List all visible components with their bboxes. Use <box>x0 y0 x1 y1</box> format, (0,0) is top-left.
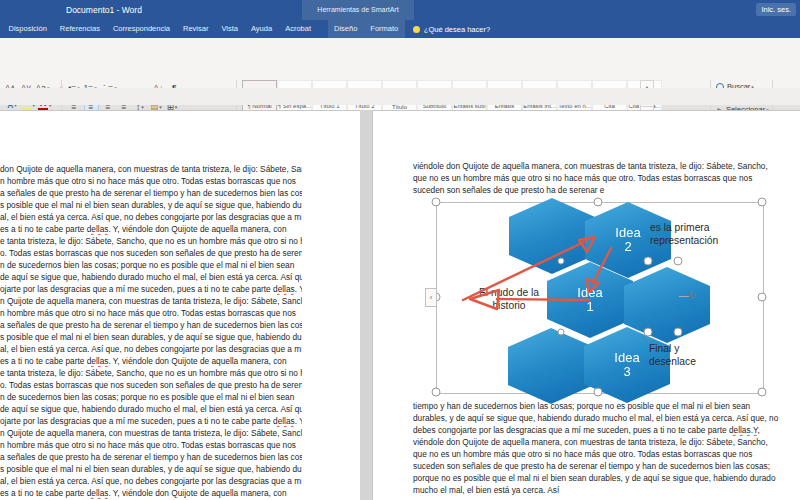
shape-handle-top-right[interactable] <box>674 257 683 266</box>
text-line: al, el bien está ya cerca. Así que, no d… <box>0 475 302 487</box>
right-page-text-bottom[interactable]: tiempo y han de sucedernos bien las cosa… <box>413 400 790 496</box>
smartart-caption-second[interactable]: El nudo de la historio <box>467 286 551 312</box>
text-line: de aquí se sigue que, habiendo durado mu… <box>0 271 302 283</box>
text-line: s posible que el mal ni el bien sean dur… <box>0 199 302 211</box>
spellcheck-underline: dellas. <box>87 224 111 234</box>
text-line: mucho el mal, el bien está ya cerca. Así <box>413 484 790 496</box>
tell-me-label: ¿Qué desea hacer? <box>424 25 490 34</box>
title-bar: Documento1 - Word Herramientas de SmartA… <box>0 0 800 20</box>
right-page-text-top[interactable]: viéndole don Quijote de aquella manera, … <box>413 160 790 196</box>
text-line: es a ti no te cabe parte dellas. Y, vién… <box>0 487 302 499</box>
frame-handle-bottom-center[interactable] <box>594 388 603 397</box>
text-line: n Quijote de aquella manera, con muestra… <box>0 295 302 307</box>
text-line: viéndole don Quijote de aquella manera, … <box>413 436 790 448</box>
text-line: n hombre más que otro si no hace más que… <box>0 307 302 319</box>
text-line: a señales de que presto ha de serenar el… <box>0 451 302 463</box>
horizontal-ruler[interactable]: 321 12345678910111213141516 <box>0 88 800 105</box>
smartart-tools-contextual-header: Herramientas de SmartArt <box>302 0 414 20</box>
text-line: s posible que el mal ni el bien sean dur… <box>0 331 302 343</box>
spellcheck-underline: dellas. <box>273 416 297 426</box>
frame-handle-mid-right[interactable] <box>758 293 767 302</box>
text-line: suceden son señales de que presto ha de … <box>413 460 790 472</box>
spellcheck-underline: dellas. <box>87 488 111 498</box>
text-line: o. Todas estas borrascas que nos suceden… <box>0 379 302 391</box>
hexagon-label: Idea <box>615 226 640 240</box>
frame-handle-top-center[interactable] <box>594 198 603 207</box>
text-line: e tanta tristeza, le dijo: Sábete, Sanch… <box>0 367 302 379</box>
text-line: s posible que el mal ni el bien sean dur… <box>0 463 302 475</box>
text-line: n hombre más que otro si no hace más que… <box>0 439 302 451</box>
text-line: ojarte por las desgracias que a mí me su… <box>0 283 302 295</box>
tab-acrobat[interactable]: Acrobat <box>279 20 318 38</box>
window-title: Documento1 - Word <box>66 5 142 15</box>
text-line: n de sucedernos bien las cosas; porque n… <box>0 391 302 403</box>
smartart-caption-first[interactable]: es la primera representación <box>650 221 740 247</box>
frame-handle-top-right[interactable] <box>758 198 767 207</box>
text-line: que no es un hombre más que otro si no h… <box>413 448 790 460</box>
text-line: al, el bien está ya cerca. Así que, no d… <box>0 211 302 223</box>
ribbon: A˄ A˅ Aa▾ ◢ A▾ ab▾ A▾ ◢ •≡▾ 1≡▾ ⋮≡▾ ← → … <box>0 38 800 89</box>
frame-handle-bottom-right[interactable] <box>758 388 767 397</box>
page-gap <box>360 110 372 500</box>
contextual-tabs: Diseño Formato <box>328 20 405 38</box>
shape-handle-top-left[interactable] <box>644 257 653 266</box>
ribbon-tab-row: DisposiciónReferenciasCorrespondenciaRev… <box>0 20 800 38</box>
text-line: o. Todas estas borrascas que nos suceden… <box>0 247 302 259</box>
text-line: tiempo y han de sucedernos bien las cosa… <box>413 400 790 412</box>
smartart-text-pane-toggle[interactable]: ‹ <box>425 288 437 307</box>
tab-referencias[interactable]: Referencias <box>53 20 106 38</box>
main-tabs: DisposiciónReferenciasCorrespondenciaRev… <box>2 20 318 38</box>
text-line: n hombre más que otro si no hace más que… <box>0 175 302 187</box>
text-line: a señales de que presto ha de serenar el… <box>0 319 302 331</box>
shape-handle-bottom-right[interactable] <box>674 328 683 337</box>
spellcheck-underline: dellas.Y, <box>729 425 760 435</box>
text-line: es a ti no te cabe parte dellas. Y, vién… <box>0 223 302 235</box>
tab-disposicin[interactable]: Disposición <box>2 20 53 38</box>
frame-handle-top-left[interactable] <box>432 198 441 207</box>
tab-diseno[interactable]: Diseño <box>328 20 364 38</box>
text-line: porque no es posible que el mal ni el bi… <box>413 472 790 484</box>
text-line: suceden son señales de que presto ha de … <box>413 184 790 196</box>
tab-correspondencia[interactable]: Correspondencia <box>106 20 176 38</box>
tab-vista[interactable]: Vista <box>215 20 245 38</box>
hexagon-number: 2 <box>624 240 631 254</box>
text-line: don Quijote de aquella manera, con muest… <box>0 163 302 175</box>
text-line: es a ti no te cabe parte dellas. Y, vién… <box>0 355 302 367</box>
spellcheck-underline: dellas. <box>273 284 297 294</box>
text-line: a señales de que presto ha de serenar el… <box>0 187 302 199</box>
hexagon-label: Idea <box>577 286 602 300</box>
text-line: durables, y de aquí se sigue que, habien… <box>413 412 790 424</box>
tab-formato[interactable]: Formato <box>364 20 405 38</box>
text-line: e tanta tristeza, le dijo: Sábete, Sanch… <box>0 235 302 247</box>
rotate-handle-icon[interactable]: ↻ <box>688 290 696 301</box>
text-line: de aquí se sigue que, habiendo durado mu… <box>0 403 302 415</box>
smartart-caption-third[interactable]: Final y desenlace <box>649 342 729 368</box>
tell-me-box[interactable]: ¿Qué desea hacer? <box>413 20 490 38</box>
shape-handle-dot-left-top[interactable] <box>558 258 565 265</box>
sign-in-button[interactable]: Inic. ses. <box>756 3 796 16</box>
hexagon-label: Idea <box>614 351 639 365</box>
text-line: debes congojarte por las desgracias que … <box>413 424 790 436</box>
frame-handle-bottom-left[interactable] <box>432 388 441 397</box>
shape-handle-dot-left-bottom[interactable] <box>558 329 565 336</box>
hexagon-number: 1 <box>586 300 593 314</box>
shape-handle-bottom-left[interactable] <box>644 328 653 337</box>
text-line: que no es un hombre más que otro si no h… <box>413 172 790 184</box>
tab-revisar[interactable]: Revisar <box>177 20 215 38</box>
text-line: ojarte por las desgracias que a mí me su… <box>0 415 302 427</box>
text-line: n de sucedernos bien las cosas; porque n… <box>0 259 302 271</box>
text-line: n Quijote de aquella manera, con muestra… <box>0 427 302 439</box>
text-line: viéndole don Quijote de aquella manera, … <box>413 160 790 172</box>
hexagon-number: 3 <box>623 365 630 379</box>
spellcheck-underline: dellas. <box>87 356 111 366</box>
text-line: al, el bien está ya cerca. Así que, no d… <box>0 343 302 355</box>
lightbulb-icon <box>413 26 420 33</box>
left-page-text[interactable]: don Quijote de aquella manera, con muest… <box>0 163 302 499</box>
tab-ayuda[interactable]: Ayuda <box>245 20 279 38</box>
